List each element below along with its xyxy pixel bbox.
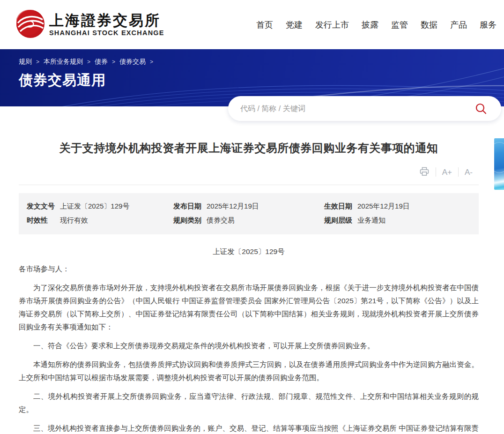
breadcrumb-separator: > — [36, 59, 39, 65]
page-title: 债券交易通用 — [19, 71, 504, 90]
meta-label: 规则层级 — [324, 216, 357, 225]
search-input[interactable] — [240, 105, 473, 113]
logo-title-cn: 上海證券交易所 — [49, 13, 164, 28]
side-floating-banner[interactable] — [494, 138, 504, 190]
search-button[interactable] — [473, 101, 489, 117]
meta-publish-date: 发布日期 2025年12月19日 — [173, 202, 324, 211]
breadcrumb-item-bond-trading[interactable]: 债券交易 — [119, 58, 146, 66]
paragraph-item-1: 一、符合《公告》要求和上交所债券现券交易规定条件的境外机构投资者，可以开展上交所… — [19, 339, 479, 352]
nav-item-disclosure[interactable]: 披露 — [362, 19, 378, 30]
meta-label: 发布日期 — [173, 202, 207, 211]
breadcrumb-separator: > — [87, 59, 90, 65]
meta-label: 时效性 — [27, 216, 60, 225]
breadcrumb-separator: > — [112, 59, 115, 65]
meta-value: 债券交易 — [207, 216, 235, 225]
printer-icon — [419, 167, 430, 178]
meta-value: 上证发〔2025〕129号 — [60, 202, 129, 211]
salutation: 各市场参与人： — [19, 262, 479, 276]
print-button[interactable] — [413, 167, 436, 178]
search-icon — [475, 109, 487, 116]
breadcrumb: 规则 > 本所业务规则 > 债券 > 债券交易 > — [19, 58, 504, 66]
nav-item-services[interactable]: 服务 — [480, 19, 497, 30]
paragraph-item-3: 三、境外机构投资者直接参与上交所债券回购业务的，账户、交易、登记、结算等事项应当… — [19, 422, 479, 434]
meta-label: 发文文号 — [27, 202, 60, 211]
nav-item-data[interactable]: 数据 — [421, 19, 437, 30]
nav-item-home[interactable]: 首页 — [256, 19, 273, 30]
nav-item-products[interactable]: 产品 — [450, 19, 467, 30]
meta-effective-date: 生效日期 2025年12月19日 — [324, 202, 479, 211]
nav-item-regulation[interactable]: 监管 — [391, 19, 408, 30]
breadcrumb-item-bonds[interactable]: 债券 — [95, 58, 108, 66]
nav-item-party[interactable]: 党建 — [286, 19, 303, 30]
article-body: 各市场参与人： 为了深化交易所债券市场对外开放，支持境外机构投资者在交易所市场开… — [19, 262, 479, 434]
meta-label: 生效日期 — [324, 202, 357, 211]
logo-title-en: SHANGHAI STOCK EXCHANGE — [49, 29, 164, 37]
page: 上海證券交易所 SHANGHAI STOCK EXCHANGE 首页 党建 发行… — [0, 0, 504, 434]
meta-label: 规则类别 — [173, 216, 207, 225]
meta-rule-category: 规则类别 债券交易 — [173, 216, 324, 225]
meta-doc-number: 发文文号 上证发〔2025〕129号 — [27, 202, 173, 211]
breadcrumb-item-rules[interactable]: 规则 — [19, 58, 32, 66]
font-decrease-button[interactable]: A- — [459, 168, 479, 176]
article-toolbar: A+ A- — [19, 166, 479, 178]
nav-item-listing[interactable]: 发行上市 — [315, 19, 349, 30]
meta-validity: 时效性 现行有效 — [27, 216, 173, 225]
meta-value: 现行有效 — [60, 216, 88, 225]
document-meta: 发文文号 上证发〔2025〕129号 发布日期 2025年12月19日 生效日期… — [19, 193, 479, 234]
site-header: 上海證券交易所 SHANGHAI STOCK EXCHANGE 首页 党建 发行… — [0, 0, 504, 49]
article: 关于支持境外机构投资者开展上海证券交易所债券回购业务有关事项的通知 A+ A- … — [19, 106, 479, 434]
paragraph-item-2: 二、境外机构投资者开展上交所债券回购业务，应当遵守法律、行政法规、部门规章、规范… — [19, 390, 479, 416]
font-increase-button[interactable]: A+ — [436, 168, 458, 176]
title-divider — [19, 185, 479, 185]
breadcrumb-separator: > — [150, 59, 153, 65]
paragraph-intro: 为了深化交易所债券市场对外开放，支持境外机构投资者在交易所市场开展债券回购业务，… — [19, 281, 479, 334]
meta-value: 业务通知 — [357, 216, 385, 225]
top-nav: 首页 党建 发行上市 披露 监管 数据 产品 服务 — [256, 19, 497, 30]
sse-logo-icon — [16, 10, 44, 40]
document-number-line: 上证发〔2025〕129号 — [19, 247, 479, 257]
meta-rule-level: 规则层级 业务通知 — [324, 216, 479, 225]
sse-logo[interactable]: 上海證券交易所 SHANGHAI STOCK EXCHANGE — [16, 10, 164, 40]
meta-value: 2025年12月19日 — [207, 202, 259, 211]
meta-value: 2025年12月19日 — [357, 202, 410, 211]
breadcrumb-item-business-rules[interactable]: 本所业务规则 — [44, 58, 83, 66]
search-bar — [228, 96, 501, 121]
paragraph-item-1-b: 本通知所称的债券回购业务，包括债券质押式协议回购和债券质押式三方回购，以及在债券… — [19, 358, 479, 384]
